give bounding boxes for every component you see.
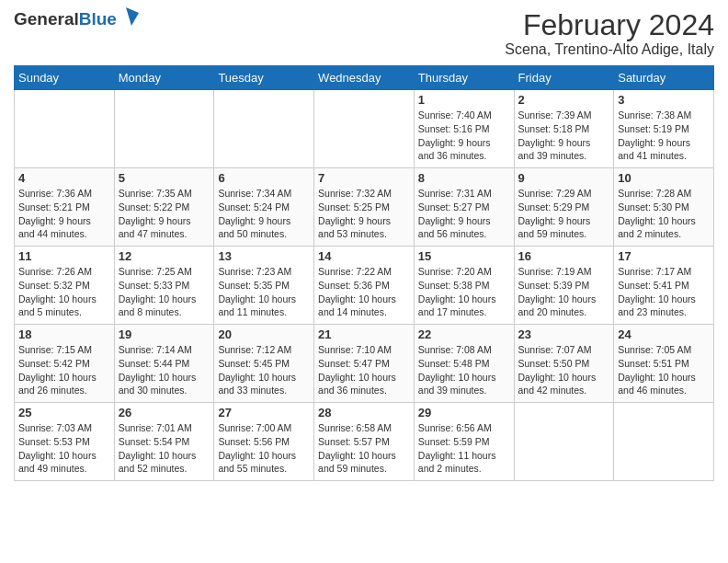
logo: GeneralBlue (14, 9, 139, 29)
logo-icon (119, 6, 139, 26)
calendar-cell: 3Sunrise: 7:38 AMSunset: 5:19 PMDaylight… (614, 90, 714, 168)
calendar-cell: 22Sunrise: 7:08 AMSunset: 5:48 PMDayligh… (414, 325, 514, 403)
cell-info: Sunrise: 7:25 AMSunset: 5:33 PMDaylight:… (119, 265, 210, 319)
cell-info: Sunrise: 6:56 AMSunset: 5:59 PMDaylight:… (418, 421, 510, 476)
cell-info: Sunrise: 7:20 AMSunset: 5:38 PMDaylight:… (418, 265, 510, 319)
col-wednesday: Wednesday (314, 66, 415, 90)
day-number: 15 (418, 249, 510, 263)
calendar-cell: 19Sunrise: 7:14 AMSunset: 5:44 PMDayligh… (114, 325, 214, 403)
cell-info: Sunrise: 7:03 AMSunset: 5:53 PMDaylight:… (18, 421, 110, 476)
calendar-header-row: Sunday Monday Tuesday Wednesday Thursday… (15, 66, 714, 90)
day-number: 28 (318, 406, 410, 419)
col-tuesday: Tuesday (214, 66, 314, 90)
calendar-cell (114, 90, 214, 168)
header: GeneralBlue February 2024 Scena, Trentin… (14, 9, 714, 58)
calendar-cell: 24Sunrise: 7:05 AMSunset: 5:51 PMDayligh… (614, 325, 714, 403)
calendar-cell: 12Sunrise: 7:25 AMSunset: 5:33 PMDayligh… (114, 247, 214, 325)
cell-info: Sunrise: 7:40 AMSunset: 5:16 PMDaylight:… (418, 109, 510, 163)
day-number: 8 (418, 171, 510, 185)
day-number: 3 (618, 93, 710, 107)
calendar-cell: 16Sunrise: 7:19 AMSunset: 5:39 PMDayligh… (514, 247, 614, 325)
main-title: February 2024 (505, 9, 714, 41)
day-number: 2 (518, 93, 610, 107)
calendar-cell: 1Sunrise: 7:40 AMSunset: 5:16 PMDaylight… (414, 90, 514, 168)
cell-info: Sunrise: 7:38 AMSunset: 5:19 PMDaylight:… (618, 109, 710, 163)
calendar-table: Sunday Monday Tuesday Wednesday Thursday… (14, 65, 714, 481)
cell-info: Sunrise: 7:23 AMSunset: 5:35 PMDaylight:… (218, 265, 310, 319)
cell-info: Sunrise: 7:01 AMSunset: 5:54 PMDaylight:… (119, 421, 210, 476)
cell-info: Sunrise: 7:07 AMSunset: 5:50 PMDaylight:… (518, 343, 610, 397)
calendar-cell: 20Sunrise: 7:12 AMSunset: 5:45 PMDayligh… (214, 325, 314, 403)
cell-info: Sunrise: 7:10 AMSunset: 5:47 PMDaylight:… (318, 343, 410, 397)
cell-info: Sunrise: 7:35 AMSunset: 5:22 PMDaylight:… (119, 187, 210, 241)
day-number: 10 (618, 171, 710, 185)
calendar-cell: 27Sunrise: 7:00 AMSunset: 5:56 PMDayligh… (214, 403, 314, 481)
cell-info: Sunrise: 7:14 AMSunset: 5:44 PMDaylight:… (119, 343, 210, 397)
logo-general: General (14, 9, 79, 29)
cell-info: Sunrise: 7:28 AMSunset: 5:30 PMDaylight:… (618, 187, 710, 241)
calendar-week-row-2: 4Sunrise: 7:36 AMSunset: 5:21 PMDaylight… (15, 168, 714, 247)
day-number: 24 (618, 327, 710, 341)
calendar-cell: 15Sunrise: 7:20 AMSunset: 5:38 PMDayligh… (414, 247, 514, 325)
cell-info: Sunrise: 7:34 AMSunset: 5:24 PMDaylight:… (218, 187, 310, 241)
title-area: February 2024 Scena, Trentino-Alto Adige… (505, 9, 714, 58)
day-number: 6 (218, 171, 310, 185)
calendar-week-row-1: 1Sunrise: 7:40 AMSunset: 5:16 PMDaylight… (15, 90, 714, 168)
col-saturday: Saturday (614, 66, 714, 90)
calendar-cell: 8Sunrise: 7:31 AMSunset: 5:27 PMDaylight… (414, 168, 514, 247)
calendar-cell: 21Sunrise: 7:10 AMSunset: 5:47 PMDayligh… (314, 325, 415, 403)
cell-info: Sunrise: 7:17 AMSunset: 5:41 PMDaylight:… (618, 265, 710, 319)
calendar-cell: 28Sunrise: 6:58 AMSunset: 5:57 PMDayligh… (314, 403, 415, 481)
day-number: 16 (518, 249, 610, 263)
day-number: 1 (418, 93, 510, 107)
calendar-cell: 5Sunrise: 7:35 AMSunset: 5:22 PMDaylight… (114, 168, 214, 247)
cell-info: Sunrise: 6:58 AMSunset: 5:57 PMDaylight:… (318, 421, 410, 476)
day-number: 4 (18, 171, 110, 185)
calendar-cell: 18Sunrise: 7:15 AMSunset: 5:42 PMDayligh… (15, 325, 115, 403)
calendar-cell: 14Sunrise: 7:22 AMSunset: 5:36 PMDayligh… (314, 247, 415, 325)
logo-text: GeneralBlue (14, 9, 117, 29)
day-number: 19 (119, 327, 210, 341)
day-number: 20 (218, 327, 310, 341)
calendar-cell: 29Sunrise: 6:56 AMSunset: 5:59 PMDayligh… (414, 403, 514, 481)
day-number: 13 (218, 249, 310, 263)
calendar-cell: 2Sunrise: 7:39 AMSunset: 5:18 PMDaylight… (514, 90, 614, 168)
day-number: 14 (318, 249, 410, 263)
cell-info: Sunrise: 7:12 AMSunset: 5:45 PMDaylight:… (218, 343, 310, 397)
col-sunday: Sunday (15, 66, 115, 90)
cell-info: Sunrise: 7:39 AMSunset: 5:18 PMDaylight:… (518, 109, 610, 163)
cell-info: Sunrise: 7:26 AMSunset: 5:32 PMDaylight:… (18, 265, 110, 319)
calendar-cell: 11Sunrise: 7:26 AMSunset: 5:32 PMDayligh… (15, 247, 115, 325)
calendar-cell: 4Sunrise: 7:36 AMSunset: 5:21 PMDaylight… (15, 168, 115, 247)
calendar-cell: 23Sunrise: 7:07 AMSunset: 5:50 PMDayligh… (514, 325, 614, 403)
cell-info: Sunrise: 7:08 AMSunset: 5:48 PMDaylight:… (418, 343, 510, 397)
calendar-cell: 6Sunrise: 7:34 AMSunset: 5:24 PMDaylight… (214, 168, 314, 247)
day-number: 25 (18, 406, 110, 419)
day-number: 26 (119, 406, 210, 419)
day-number: 27 (218, 406, 310, 419)
calendar-cell (514, 403, 614, 481)
day-number: 11 (18, 249, 110, 263)
cell-info: Sunrise: 7:32 AMSunset: 5:25 PMDaylight:… (318, 187, 410, 241)
calendar-week-row-3: 11Sunrise: 7:26 AMSunset: 5:32 PMDayligh… (15, 247, 714, 325)
day-number: 23 (518, 327, 610, 341)
cell-info: Sunrise: 7:22 AMSunset: 5:36 PMDaylight:… (318, 265, 410, 319)
calendar-cell (15, 90, 115, 168)
day-number: 29 (418, 406, 510, 419)
day-number: 7 (318, 171, 410, 185)
day-number: 5 (119, 171, 210, 185)
calendar-cell: 9Sunrise: 7:29 AMSunset: 5:29 PMDaylight… (514, 168, 614, 247)
calendar-cell: 13Sunrise: 7:23 AMSunset: 5:35 PMDayligh… (214, 247, 314, 325)
calendar-cell (314, 90, 415, 168)
day-number: 17 (618, 249, 710, 263)
col-thursday: Thursday (414, 66, 514, 90)
cell-info: Sunrise: 7:19 AMSunset: 5:39 PMDaylight:… (518, 265, 610, 319)
cell-info: Sunrise: 7:15 AMSunset: 5:42 PMDaylight:… (18, 343, 110, 397)
calendar-cell: 26Sunrise: 7:01 AMSunset: 5:54 PMDayligh… (114, 403, 214, 481)
calendar-week-row-5: 25Sunrise: 7:03 AMSunset: 5:53 PMDayligh… (15, 403, 714, 481)
cell-info: Sunrise: 7:36 AMSunset: 5:21 PMDaylight:… (18, 187, 110, 241)
logo-blue: Blue (79, 9, 117, 29)
page: GeneralBlue February 2024 Scena, Trentin… (0, 0, 728, 563)
calendar-week-row-4: 18Sunrise: 7:15 AMSunset: 5:42 PMDayligh… (15, 325, 714, 403)
calendar-cell (614, 403, 714, 481)
